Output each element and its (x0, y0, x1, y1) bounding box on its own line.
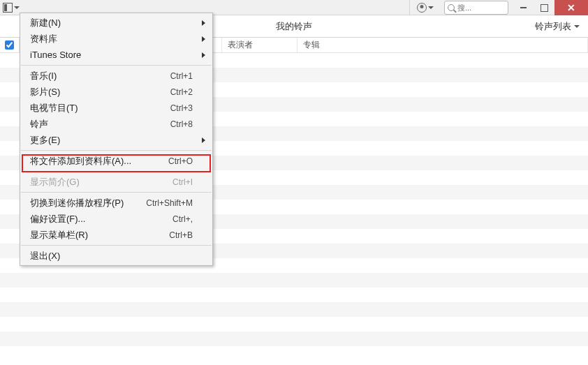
menu-show-menubar[interactable]: 显示菜单栏(R) Ctrl+B (20, 227, 212, 243)
menu-exit[interactable]: 退出(X) (20, 248, 212, 264)
table-row (0, 288, 588, 302)
menu-shortcut: Ctrl+O (168, 156, 193, 166)
table-row (0, 273, 588, 288)
column-artist[interactable]: 表演者 (222, 38, 297, 52)
menu-label: 将文件添加到资料库(A)... (30, 155, 131, 167)
menu-label: iTunes Store (30, 50, 81, 60)
menu-mini-player[interactable]: 切换到迷你播放程序(P) Ctrl+Shift+M (20, 195, 212, 211)
table-row (0, 332, 588, 346)
submenu-arrow-icon (202, 36, 205, 42)
menu-shortcut: Ctrl+I (172, 177, 193, 187)
maximize-button[interactable] (534, 0, 554, 15)
column-album[interactable]: 专辑 (297, 38, 588, 52)
menu-label: 更多(E) (30, 134, 60, 147)
menu-separator (21, 245, 212, 246)
menu-preferences[interactable]: 偏好设置(F)... Ctrl+, (20, 211, 212, 227)
menu-label: 电视节目(T) (30, 102, 78, 114)
close-button[interactable] (554, 0, 588, 15)
menu-separator (21, 171, 212, 172)
menu-ringtones[interactable]: 铃声 Ctrl+8 (20, 116, 212, 132)
search-input[interactable] (457, 3, 505, 12)
app-icon (3, 3, 13, 13)
menu-tv[interactable]: 电视节目(T) Ctrl+3 (20, 100, 212, 116)
menu-get-info: 显示简介(G) Ctrl+I (20, 174, 212, 190)
chevron-down-icon (14, 6, 20, 9)
menu-label: 音乐(I) (30, 70, 57, 82)
menu-shortcut: Ctrl+B (169, 230, 193, 240)
menu-add-file[interactable]: 将文件添加到资料库(A)... Ctrl+O (20, 153, 212, 169)
submenu-arrow-icon (202, 20, 205, 26)
table-row (0, 346, 588, 361)
account-button[interactable] (409, 0, 440, 15)
menu-itunes-store[interactable]: iTunes Store (20, 47, 212, 63)
menu-label: 偏好设置(F)... (30, 213, 85, 225)
menu-label: 新建(N) (30, 17, 61, 29)
chevron-down-icon (574, 25, 580, 28)
app-menu: 新建(N) 资料库 iTunes Store 音乐(I) Ctrl+1 影片(S… (20, 13, 213, 266)
submenu-arrow-icon (202, 52, 205, 58)
view-selector[interactable]: 铃声列表 (535, 15, 580, 38)
menu-shortcut: Ctrl+Shift+M (146, 198, 193, 208)
menu-label: 切换到迷你播放程序(P) (30, 197, 124, 209)
check-all-column[interactable] (0, 38, 20, 52)
menu-shortcut: Ctrl+2 (170, 87, 193, 97)
menu-label: 退出(X) (30, 250, 60, 262)
menu-shortcut: Ctrl+1 (170, 71, 193, 81)
view-label: 铃声列表 (535, 15, 571, 38)
check-all-checkbox[interactable] (5, 40, 14, 50)
menu-more[interactable]: 更多(E) (20, 132, 212, 148)
menu-new[interactable]: 新建(N) (20, 15, 212, 31)
table-row (0, 302, 588, 317)
menu-separator (21, 150, 212, 151)
menu-separator (21, 192, 212, 193)
table-row (0, 317, 588, 332)
menu-shortcut: Ctrl+, (172, 214, 193, 224)
menu-shortcut: Ctrl+3 (170, 103, 193, 113)
menu-separator (21, 65, 212, 66)
menu-label: 铃声 (30, 118, 48, 131)
chevron-down-icon (428, 6, 434, 9)
menu-label: 显示菜单栏(R) (30, 229, 88, 241)
user-icon (417, 3, 427, 13)
menu-label: 影片(S) (30, 86, 60, 98)
menu-library[interactable]: 资料库 (20, 31, 212, 47)
menu-movies[interactable]: 影片(S) Ctrl+2 (20, 84, 212, 100)
menu-shortcut: Ctrl+8 (170, 119, 193, 129)
menu-label: 资料库 (30, 33, 57, 45)
menu-music[interactable]: 音乐(I) Ctrl+1 (20, 68, 212, 84)
search-box[interactable] (444, 1, 508, 15)
menu-label: 显示简介(G) (30, 176, 80, 188)
minimize-button[interactable] (513, 0, 534, 15)
app-menu-button[interactable] (0, 3, 20, 13)
search-icon (448, 4, 455, 11)
submenu-arrow-icon (202, 137, 205, 143)
page-title: 我的铃声 (276, 15, 312, 38)
